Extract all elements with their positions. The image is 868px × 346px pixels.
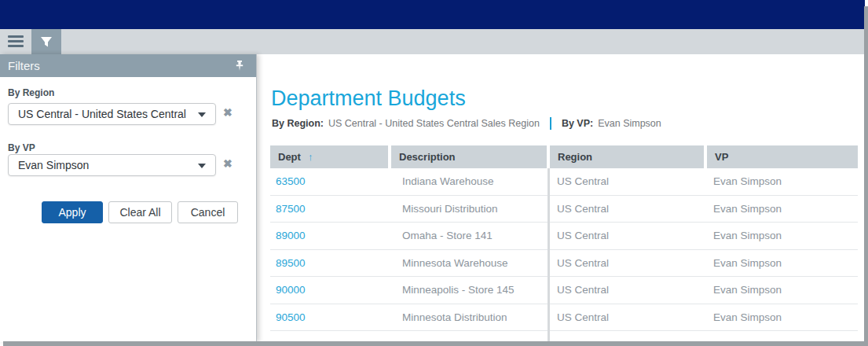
page-title: Department Budgets (271, 86, 466, 111)
column-divider (548, 168, 550, 341)
sort-asc-icon: ↑ (308, 151, 313, 163)
summary-vp-value: Evan Simpson (598, 118, 661, 129)
filter-label-region: By Region (8, 87, 54, 98)
column-header-description[interactable]: Description (391, 145, 547, 168)
column-header-region[interactable]: Region (550, 145, 704, 168)
filter-label-vp: By VP (8, 142, 35, 153)
table-row: 90000 Minneapolis - Store 145 US Central… (270, 277, 858, 304)
summary-region-value: US Central - United States Central Sales… (328, 118, 540, 129)
vp-cell: Evan Simpson (707, 230, 858, 241)
chevron-down-icon (198, 164, 206, 168)
description-cell: Indiana Warehouse (391, 175, 550, 187)
table-row: 63500 Indiana Warehouse US Central Evan … (270, 168, 858, 196)
summary-region-label: By Region: (272, 118, 324, 129)
dept-link[interactable]: 89000 (270, 230, 391, 241)
filters-panel-header: Filters (0, 54, 256, 77)
dept-link[interactable]: 90500 (270, 311, 391, 323)
vp-cell: Evan Simpson (707, 284, 858, 296)
dept-link[interactable]: 63500 (270, 175, 391, 187)
description-cell: Minneapolis - Store 145 (391, 284, 550, 296)
description-cell: Minnesota Warehouse (391, 257, 550, 269)
region-cell: US Central (550, 284, 707, 296)
table-row: 89500 Minnesota Warehouse US Central Eva… (270, 250, 858, 278)
dept-link[interactable]: 90000 (270, 284, 391, 296)
dept-link[interactable]: 87500 (270, 203, 391, 215)
filter-icon (40, 36, 53, 48)
clear-all-button[interactable]: Clear All (108, 201, 172, 223)
filter-summary: By Region: US Central - United States Ce… (272, 116, 661, 131)
region-cell: US Central (550, 257, 707, 269)
region-cell: US Central (550, 203, 707, 215)
apply-button[interactable]: Apply (42, 201, 103, 223)
vp-cell: Evan Simpson (707, 311, 858, 323)
region-select[interactable]: US Central - United States Central Sales… (8, 103, 216, 125)
app-window: Filters By Region US Central - United St… (0, 0, 868, 346)
column-header-dept[interactable]: Dept↑ (270, 145, 388, 168)
filter-tab[interactable] (31, 29, 61, 54)
description-cell: Omaha - Store 141 (391, 230, 550, 241)
description-cell: Minnesota Distribution (391, 311, 550, 323)
window-border-bottom (3, 341, 868, 346)
clear-vp-icon[interactable]: ✖ (223, 157, 233, 170)
vp-cell: Evan Simpson (707, 203, 858, 215)
filters-panel: Filters By Region US Central - United St… (0, 54, 257, 342)
vp-select-value: Evan Simpson (18, 155, 189, 175)
cancel-button[interactable]: Cancel (178, 201, 238, 223)
table-row: 90500 Minnesota Distribution US Central … (270, 304, 858, 332)
toolbar (0, 29, 865, 54)
region-cell: US Central (550, 311, 707, 323)
vp-select[interactable]: Evan Simpson (8, 154, 216, 176)
region-cell: US Central (550, 175, 707, 187)
filters-panel-title: Filters (8, 59, 40, 72)
region-cell: US Central (550, 230, 707, 241)
table-body: 63500 Indiana Warehouse US Central Evan … (270, 168, 858, 331)
menu-icon[interactable] (8, 35, 24, 48)
top-navbar (0, 0, 865, 29)
summary-separator (550, 117, 551, 130)
description-cell: Missouri Distribution (391, 203, 550, 215)
summary-vp-label: By VP: (562, 118, 593, 129)
vp-cell: Evan Simpson (707, 175, 858, 187)
vp-cell: Evan Simpson (707, 257, 858, 269)
region-select-value: US Central - United States Central Sales… (18, 104, 189, 124)
pin-icon[interactable] (234, 60, 245, 72)
window-border-right (864, 6, 868, 346)
table-row: 87500 Missouri Distribution US Central E… (270, 196, 858, 223)
dept-link[interactable]: 89500 (270, 257, 391, 269)
table-header: Dept↑ Description Region VP (270, 145, 858, 168)
column-header-vp[interactable]: VP (707, 145, 858, 168)
clear-region-icon[interactable]: ✖ (223, 106, 233, 119)
chevron-down-icon (198, 112, 206, 117)
table-row: 89000 Omaha - Store 141 US Central Evan … (270, 223, 858, 250)
